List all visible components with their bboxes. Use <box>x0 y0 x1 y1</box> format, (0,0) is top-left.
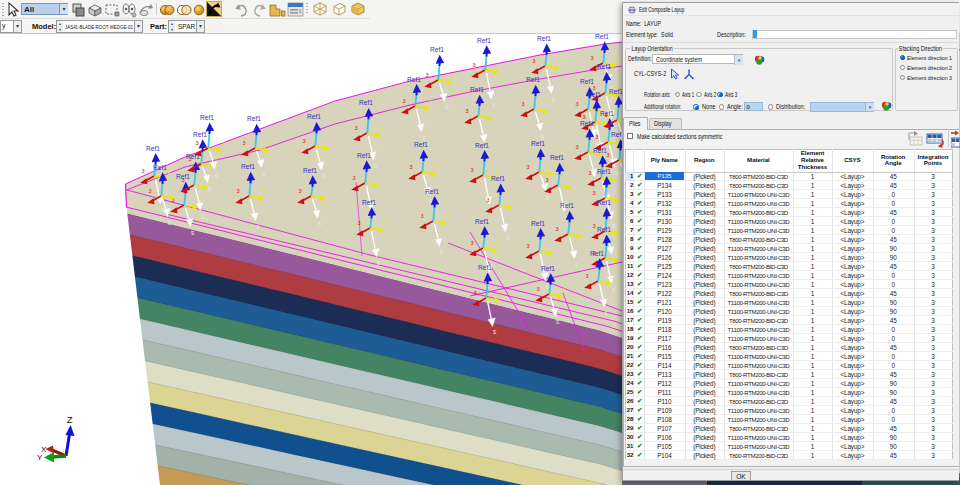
svg-text:2: 2 <box>381 126 384 132</box>
svg-text:3: 3 <box>299 188 302 194</box>
svg-text:3: 3 <box>527 243 530 249</box>
svg-text:3: 3 <box>576 101 579 107</box>
svg-text:3: 3 <box>487 197 490 203</box>
svg-text:Ref1: Ref1 <box>593 147 607 154</box>
svg-text:2: 2 <box>582 227 585 233</box>
svg-text:Ref1: Ref1 <box>153 164 167 171</box>
svg-text:3: 3 <box>556 226 559 232</box>
svg-text:Ref1: Ref1 <box>200 114 214 121</box>
svg-text:3: 3 <box>586 273 589 279</box>
svg-text:3: 3 <box>466 108 469 114</box>
svg-text:Ref1: Ref1 <box>597 226 611 233</box>
svg-text:2: 2 <box>222 141 225 147</box>
svg-text:3: 3 <box>471 167 474 173</box>
svg-text:Ref1: Ref1 <box>587 91 601 98</box>
svg-text:3: 3 <box>471 240 474 246</box>
svg-text:Ref1: Ref1 <box>475 142 489 149</box>
svg-text:3: 3 <box>196 140 199 146</box>
svg-text:3: 3 <box>237 188 240 194</box>
svg-text:2: 2 <box>559 59 562 65</box>
svg-text:3: 3 <box>589 170 592 176</box>
svg-text:Ref1: Ref1 <box>470 86 484 93</box>
svg-text:2: 2 <box>436 165 439 171</box>
svg-text:2: 2 <box>452 73 455 79</box>
svg-text:3: 3 <box>303 138 306 144</box>
svg-text:3: 3 <box>421 213 424 219</box>
svg-text:2: 2 <box>429 99 432 105</box>
svg-text:2: 2 <box>612 274 615 280</box>
svg-text:3: 3 <box>593 85 596 91</box>
svg-text:3: 3 <box>403 98 406 104</box>
svg-text:3: 3 <box>533 58 536 64</box>
svg-text:Ref1: Ref1 <box>303 167 317 174</box>
svg-text:Z: Z <box>67 415 73 425</box>
svg-text:Ref1: Ref1 <box>247 115 261 122</box>
svg-text:Ref1: Ref1 <box>526 76 540 83</box>
svg-text:3: 3 <box>596 134 599 140</box>
svg-text:3: 3 <box>522 101 525 107</box>
svg-text:3: 3 <box>591 55 594 61</box>
svg-text:Ref1: Ref1 <box>550 154 564 161</box>
svg-text:Ref1: Ref1 <box>537 35 551 42</box>
svg-text:Ref1: Ref1 <box>362 199 376 206</box>
svg-text:Ref1: Ref1 <box>560 202 574 209</box>
svg-text:Ref1: Ref1 <box>531 220 545 227</box>
svg-text:Ref1: Ref1 <box>193 131 207 138</box>
svg-text:2: 2 <box>497 241 500 247</box>
svg-text:Ref1: Ref1 <box>597 168 611 175</box>
svg-text:Ref1: Ref1 <box>531 140 545 147</box>
svg-text:Ref1: Ref1 <box>478 264 492 271</box>
svg-text:Ref1: Ref1 <box>475 218 489 225</box>
svg-text:3: 3 <box>182 177 185 183</box>
svg-text:3: 3 <box>243 140 246 146</box>
svg-text:2: 2 <box>168 169 171 175</box>
svg-text:3: 3 <box>353 175 356 181</box>
svg-text:2: 2 <box>269 141 272 147</box>
svg-text:3: 3 <box>426 72 429 78</box>
svg-text:Ref1: Ref1 <box>357 152 371 159</box>
svg-text:Ref1: Ref1 <box>541 265 555 272</box>
svg-text:2: 2 <box>497 168 500 174</box>
svg-text:3: 3 <box>410 164 413 170</box>
svg-text:Ref1: Ref1 <box>359 99 373 106</box>
svg-text:2: 2 <box>617 56 620 62</box>
svg-text:Ref1: Ref1 <box>477 37 491 44</box>
svg-text:Ref1: Ref1 <box>307 113 321 120</box>
svg-text:3: 3 <box>355 125 358 131</box>
svg-text:Ref1: Ref1 <box>430 46 444 53</box>
svg-text:3: 3 <box>607 152 610 158</box>
svg-text:Ref1: Ref1 <box>580 78 594 85</box>
svg-text:2: 2 <box>447 214 450 220</box>
svg-text:Y: Y <box>37 453 43 462</box>
svg-text:3: 3 <box>605 112 608 118</box>
svg-text:3: 3 <box>189 156 192 162</box>
svg-text:Ref1: Ref1 <box>414 141 428 148</box>
svg-text:3: 3 <box>473 62 476 68</box>
svg-text:Ref1: Ref1 <box>590 250 604 257</box>
svg-text:Ref1: Ref1 <box>597 63 611 70</box>
svg-text:Ref1: Ref1 <box>580 120 594 127</box>
svg-text:Ref1: Ref1 <box>146 145 160 152</box>
svg-text:3: 3 <box>149 188 152 194</box>
svg-text:2: 2 <box>500 291 503 297</box>
svg-text:Ref1: Ref1 <box>491 175 505 182</box>
svg-text:3: 3 <box>527 164 530 170</box>
svg-text:3: 3 <box>358 220 361 226</box>
svg-text:2: 2 <box>553 165 556 171</box>
svg-text:2: 2 <box>384 221 387 227</box>
svg-text:2: 2 <box>263 189 266 195</box>
svg-text:Ref1: Ref1 <box>407 76 421 83</box>
svg-text:Ref1: Ref1 <box>425 188 439 195</box>
svg-text:3: 3 <box>576 144 579 150</box>
svg-text:3: 3 <box>593 223 596 229</box>
svg-text:3: 3 <box>593 190 596 196</box>
svg-text:3: 3 <box>546 177 549 183</box>
svg-text:Ref1: Ref1 <box>597 199 611 206</box>
svg-text:Ref1: Ref1 <box>241 163 255 170</box>
svg-text:3: 3 <box>142 168 145 174</box>
svg-text:2: 2 <box>563 287 566 293</box>
svg-text:3: 3 <box>537 286 540 292</box>
svg-text:Ref1: Ref1 <box>595 33 609 40</box>
svg-text:3: 3 <box>474 290 477 296</box>
